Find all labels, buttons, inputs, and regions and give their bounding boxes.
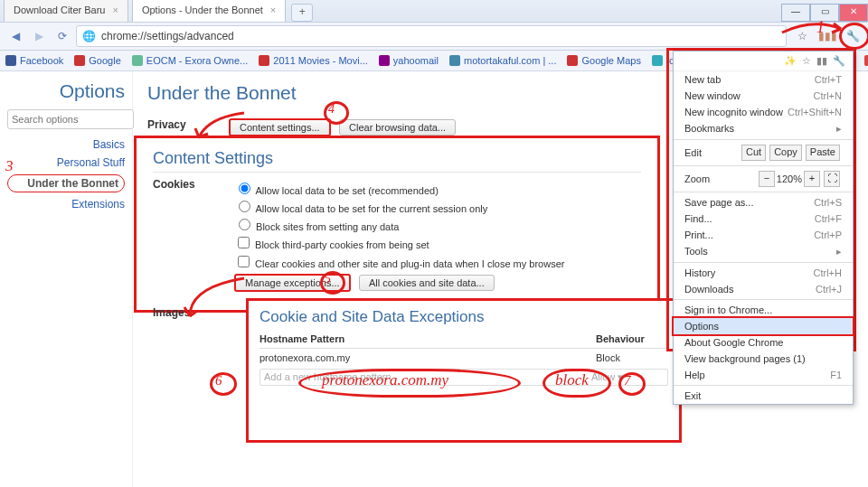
- options-sidebar: Options Basics Personal Stuff Under the …: [0, 71, 133, 487]
- menu-new-tab[interactable]: New tabCtrl+T: [674, 71, 853, 88]
- menu-options[interactable]: Options: [672, 316, 854, 336]
- tab-title: Options - Under the Bonnet: [142, 5, 263, 15]
- menu-downloads[interactable]: DownloadsCtrl+J: [674, 281, 853, 297]
- exception-row[interactable]: protonexora.com.my Block: [259, 349, 668, 367]
- bookmark-item[interactable]: EOCM - Exora Owne...: [132, 55, 248, 66]
- menu-print[interactable]: Print...Ctrl+P: [674, 227, 853, 243]
- cookie-opt-3rdparty[interactable]: Block third-party cookies from being set: [234, 234, 641, 251]
- manage-exceptions-button[interactable]: Manage exceptions...: [234, 274, 351, 292]
- clear-browsing-data-button[interactable]: Clear browsing data...: [339, 119, 456, 136]
- menu-exit[interactable]: Exit: [674, 388, 853, 404]
- content-settings-dialog: Content Settings Cookies Allow local dat…: [134, 136, 660, 313]
- new-tab-button[interactable]: +: [291, 4, 313, 22]
- address-bar[interactable]: 🌐 chrome://settings/advanced: [76, 25, 787, 47]
- cookie-opt-clearexit[interactable]: Clear cookies and other site and plug-in…: [234, 253, 641, 270]
- menu-about[interactable]: About Google Chrome: [674, 334, 853, 351]
- bookmark-item[interactable]: Google+: [864, 55, 868, 66]
- col-behaviour: Behaviour: [596, 333, 668, 344]
- reload-button[interactable]: ⟳: [52, 26, 72, 46]
- menu-stats-icon[interactable]: ▮▮: [816, 55, 827, 67]
- menu-wand-icon[interactable]: ✨: [784, 55, 797, 67]
- minimize-button[interactable]: —: [781, 4, 810, 22]
- dialog-title: Content Settings: [153, 149, 641, 173]
- sidebar-link-personal[interactable]: Personal Stuff: [7, 156, 125, 169]
- bookmark-item[interactable]: motortakaful.com | ...: [449, 55, 557, 66]
- menu-wrench-icon[interactable]: 🔧: [833, 55, 845, 67]
- cookie-exceptions-dialog: Cookie and Site Data Exceptions Hostname…: [246, 298, 682, 443]
- menu-zoom-row: Zoom − 120% + ⛶: [674, 168, 853, 190]
- menu-star-icon[interactable]: ☆: [802, 55, 811, 67]
- menu-history[interactable]: HistoryCtrl+H: [674, 265, 853, 281]
- exception-host: protonexora.com.my: [259, 352, 596, 363]
- wrench-icon: 🔧: [846, 30, 860, 42]
- zoom-in[interactable]: +: [804, 171, 820, 187]
- forward-button[interactable]: ▶: [29, 26, 49, 46]
- url-text: chrome://settings/advanced: [101, 30, 234, 42]
- bookmark-item[interactable]: Facebook: [5, 55, 63, 66]
- globe-icon: 🌐: [82, 30, 96, 42]
- menu-cut[interactable]: Cut: [741, 145, 766, 161]
- cookies-label: Cookies: [153, 178, 234, 292]
- cookie-opt-block[interactable]: Block sites from setting any data: [234, 216, 641, 232]
- search-options-input[interactable]: [7, 109, 134, 129]
- bookmark-item[interactable]: 2011 Movies - Movi...: [259, 55, 368, 66]
- tab-title: Download Citer Baru: [14, 5, 106, 15]
- menu-incognito[interactable]: New incognito windowCtrl+Shift+N: [674, 104, 853, 120]
- star-icon[interactable]: ☆: [792, 26, 812, 46]
- menu-paste[interactable]: Paste: [806, 145, 840, 161]
- all-cookies-button[interactable]: All cookies and site data...: [359, 275, 495, 291]
- back-button[interactable]: ◀: [5, 26, 25, 46]
- exception-behaviour: Block: [596, 352, 668, 363]
- browser-tab[interactable]: Options - Under the Bonnet×: [132, 0, 286, 22]
- maximize-button[interactable]: ▭: [810, 4, 839, 22]
- menu-bg-pages[interactable]: View background pages (1): [674, 351, 853, 367]
- images-label: Images: [153, 306, 234, 319]
- menu-help[interactable]: HelpF1: [674, 367, 853, 383]
- add-exception-input[interactable]: Add a new hostname pattern Allow ▾: [259, 369, 668, 386]
- exception-behaviour-select[interactable]: Allow ▾: [591, 371, 664, 383]
- menu-tools[interactable]: Tools▸: [674, 243, 853, 260]
- close-tab-icon[interactable]: ×: [113, 5, 118, 15]
- sidebar-link-extensions[interactable]: Extensions: [7, 198, 125, 211]
- zoom-out[interactable]: −: [759, 171, 775, 187]
- bookmark-item[interactable]: Google: [74, 55, 120, 66]
- menu-find[interactable]: Find...Ctrl+F: [674, 211, 853, 227]
- exception-placeholder: Add a new hostname pattern: [264, 371, 591, 383]
- browser-tab[interactable]: Download Citer Baru×: [4, 0, 128, 22]
- sidebar-link-basics[interactable]: Basics: [7, 138, 125, 151]
- bookmark-item[interactable]: yahoomail: [379, 55, 439, 66]
- bookmark-item[interactable]: Google Maps: [567, 55, 640, 66]
- col-hostname: Hostname Pattern: [259, 333, 596, 344]
- menu-copy[interactable]: Copy: [769, 145, 802, 161]
- menu-save[interactable]: Save page as...Ctrl+S: [674, 194, 853, 211]
- exceptions-title: Cookie and Site Data Exceptions: [259, 308, 668, 326]
- wrench-menu: ✨ ☆ ▮▮ 🔧 New tabCtrl+T New windowCtrl+N …: [673, 51, 854, 405]
- cookie-opt-session[interactable]: Allow local data to be set for the curre…: [234, 198, 641, 214]
- zoom-value: 120%: [777, 173, 802, 184]
- menu-edit-row: Edit Cut Copy Paste: [674, 142, 853, 164]
- sidebar-link-under-bonnet[interactable]: Under the Bonnet: [7, 174, 125, 192]
- menu-bookmarks[interactable]: Bookmarks▸: [674, 120, 853, 137]
- stats-icon[interactable]: ▮▮▮: [817, 26, 837, 46]
- sidebar-title: Options: [7, 80, 125, 102]
- cookie-opt-allow[interactable]: Allow local data to be set (recommended): [234, 180, 641, 196]
- close-window-button[interactable]: ✕: [839, 4, 868, 22]
- wrench-menu-button[interactable]: 🔧: [843, 26, 863, 46]
- close-tab-icon[interactable]: ×: [270, 5, 276, 15]
- menu-new-window[interactable]: New windowCtrl+N: [674, 88, 853, 104]
- zoom-full[interactable]: ⛶: [824, 171, 840, 187]
- content-settings-button[interactable]: Content settings...: [229, 118, 331, 136]
